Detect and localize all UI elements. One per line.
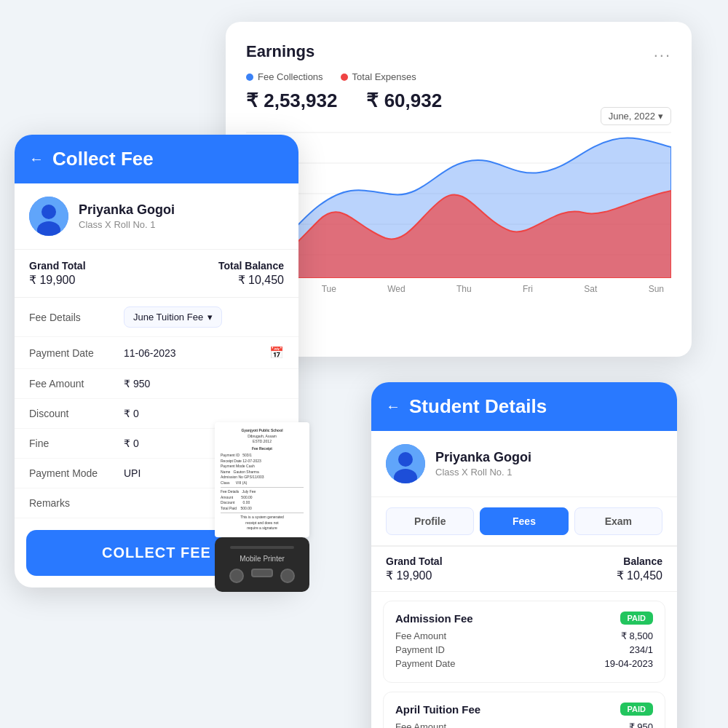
student-details-totals: Grand Total ₹ 19,900 Balance ₹ 10,450 bbox=[371, 546, 677, 592]
earnings-top-row: Fee Collections Total Expenses ₹ 2,53,93… bbox=[246, 71, 671, 125]
legend-total-expenses: Total Expenses bbox=[341, 71, 416, 82]
chevron-down-icon: ▾ bbox=[658, 111, 663, 122]
student-info-row: Priyanka Gogoi Class X Roll No. 1 bbox=[15, 183, 298, 250]
legend-dot-blue bbox=[246, 74, 253, 81]
earnings-amounts: ₹ 2,53,932 ₹ 60,932 bbox=[246, 90, 442, 112]
earnings-chart bbox=[246, 125, 671, 278]
student-details-avatar bbox=[386, 444, 425, 483]
calendar-icon[interactable]: 📅 bbox=[269, 346, 284, 360]
earnings-header: Earnings ... bbox=[246, 42, 671, 61]
student-meta: Class X Roll No. 1 bbox=[79, 219, 175, 230]
student-details-info-row: Priyanka Gogoi Class X Roll No. 1 bbox=[371, 431, 677, 497]
collect-fee-header: ← Collect Fee bbox=[15, 135, 298, 183]
tab-exam[interactable]: Exam bbox=[574, 507, 662, 535]
student-info-text: Priyanka Gogoi Class X Roll No. 1 bbox=[79, 202, 175, 230]
chart-xaxis: Mon Tue Wed Thu Fri Sat Sun bbox=[246, 284, 671, 294]
student-details-phone: ← Student Details Priyanka Gogoi Class X… bbox=[371, 382, 677, 728]
admission-fee-amount-row: Fee Amount ₹ 8,500 bbox=[395, 630, 653, 641]
student-details-meta: Class X Roll No. 1 bbox=[435, 467, 531, 478]
collect-fee-title: Collect Fee bbox=[52, 148, 154, 170]
student-details-title: Student Details bbox=[409, 395, 547, 418]
svg-point-6 bbox=[41, 205, 56, 219]
student-details-info-text: Priyanka Gogoi Class X Roll No. 1 bbox=[435, 450, 531, 478]
printer-buttons bbox=[229, 569, 295, 583]
receipt-paper: Gyanjyoti Public School Dibrugarh, Assam… bbox=[215, 422, 309, 537]
tab-profile[interactable]: Profile bbox=[386, 507, 474, 535]
legend-dot-red bbox=[341, 74, 348, 81]
printer-label: Mobile Printer bbox=[240, 555, 285, 563]
chevron-down-icon: ▾ bbox=[207, 312, 213, 323]
tab-fees[interactable]: Fees bbox=[480, 507, 568, 535]
printer-slot bbox=[230, 546, 294, 549]
student-tabs: Profile Fees Exam bbox=[371, 497, 677, 546]
sd-balance: Balance ₹ 10,450 bbox=[617, 555, 662, 582]
earnings-legend: Fee Collections Total Expenses bbox=[246, 71, 442, 82]
totals-row: Grand Total ₹ 19,900 Total Balance ₹ 10,… bbox=[15, 250, 298, 298]
april-tuition-fee-card: April Tuition Fee PAID Fee Amount ₹ 950 … bbox=[383, 692, 665, 728]
student-avatar bbox=[29, 197, 68, 236]
sd-grand-total: Grand Total ₹ 19,900 bbox=[386, 555, 443, 582]
printer-button-left[interactable] bbox=[229, 569, 244, 583]
total-balance-block: Total Balance ₹ 10,450 bbox=[218, 260, 284, 287]
chart-area: Mon Tue Wed Thu Fri Sat Sun bbox=[246, 125, 671, 300]
fee-details-dropdown[interactable]: June Tuition Fee ▾ bbox=[124, 306, 222, 328]
printer-body: Mobile Printer bbox=[215, 537, 309, 592]
printer-button-center[interactable] bbox=[251, 569, 273, 577]
earnings-legend-amounts: Fee Collections Total Expenses ₹ 2,53,93… bbox=[246, 71, 442, 125]
admission-fee-header: Admission Fee PAID bbox=[395, 612, 653, 625]
legend-fee-collections: Fee Collections bbox=[246, 71, 323, 82]
back-arrow-icon[interactable]: ← bbox=[29, 151, 44, 167]
earnings-dots[interactable]: ... bbox=[654, 42, 671, 61]
admission-paid-badge: PAID bbox=[620, 612, 653, 625]
student-back-arrow-icon[interactable]: ← bbox=[386, 398, 400, 415]
earnings-title: Earnings bbox=[246, 42, 314, 61]
period-selector[interactable]: June, 2022 ▾ bbox=[601, 107, 671, 125]
april-fee-amount-row: Fee Amount ₹ 950 bbox=[395, 721, 653, 728]
fee-amount-row: Fee Amount ₹ 950 bbox=[15, 369, 298, 399]
mobile-printer: Gyanjyoti Public School Dibrugarh, Assam… bbox=[215, 422, 309, 592]
grand-total-block: Grand Total ₹ 19,900 bbox=[29, 260, 86, 287]
student-details-header: ← Student Details bbox=[371, 382, 677, 431]
admission-fee-card: Admission Fee PAID Fee Amount ₹ 8,500 Pa… bbox=[383, 601, 665, 683]
student-name: Priyanka Gogoi bbox=[79, 202, 175, 218]
april-paid-badge: PAID bbox=[620, 703, 653, 716]
fee-cards-container: Admission Fee PAID Fee Amount ₹ 8,500 Pa… bbox=[371, 592, 677, 728]
admission-payment-date-row: Payment Date 19-04-2023 bbox=[395, 658, 653, 669]
svg-point-9 bbox=[398, 452, 413, 467]
april-tuition-fee-header: April Tuition Fee PAID bbox=[395, 703, 653, 716]
fee-collections-amount: ₹ 2,53,932 bbox=[246, 90, 337, 112]
student-details-name: Priyanka Gogoi bbox=[435, 450, 531, 465]
total-expenses-amount: ₹ 60,932 bbox=[366, 90, 442, 112]
fee-details-row: Fee Details June Tuition Fee ▾ bbox=[15, 298, 298, 337]
payment-date-row: Payment Date 11-06-2023 📅 bbox=[15, 337, 298, 369]
admission-payment-id-row: Payment ID 234/1 bbox=[395, 644, 653, 655]
printer-button-right[interactable] bbox=[280, 569, 295, 583]
